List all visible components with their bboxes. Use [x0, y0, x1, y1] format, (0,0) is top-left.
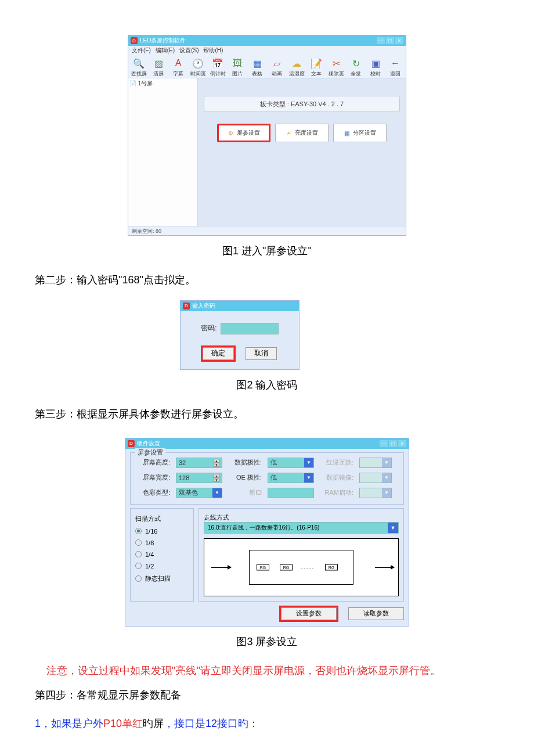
status-bar: 剩余空间: 80: [128, 226, 406, 235]
spin-down-icon[interactable]: ▼: [214, 463, 219, 467]
maximize-button[interactable]: □: [389, 440, 397, 447]
tree-item[interactable]: 📄 1号屏: [129, 80, 153, 87]
mirror-label: 数据镜像:: [320, 473, 353, 482]
radio-dot-icon: [135, 539, 142, 546]
scan-radio-1-16[interactable]: 1/16: [135, 528, 189, 535]
route-fieldset: 走线方式 16.0:直行走线，一路数据带16行。(16-P16) ▼ RG RG…: [199, 508, 404, 602]
menu-help[interactable]: 帮助(H): [203, 46, 223, 55]
radio-dot-icon: [135, 575, 142, 582]
toolbar-button-8[interactable]: ☁温湿度: [287, 56, 306, 78]
datapol-select[interactable]: 低 ▼: [268, 458, 314, 468]
toolbar-button-12[interactable]: ▣校时: [366, 56, 385, 78]
height-input[interactable]: 32 ▲▼: [176, 458, 222, 468]
board-type-label: 板卡类型 : EASY-30 V4 . 2 . 7: [204, 96, 400, 112]
route-select[interactable]: 16.0:直行走线，一路数据带16行。(16-P16) ▼: [204, 522, 399, 534]
hardware-dialog: D 硬件设置 — □ × 屏参设置 屏幕高度: 32 ▲▼ 数据极性: 低 ▼ …: [125, 438, 409, 627]
menu-settings[interactable]: 设置(S): [179, 46, 199, 55]
toolbar-icon: ←: [388, 56, 402, 70]
toolbar-button-4[interactable]: 📅倒计时: [208, 56, 227, 78]
toolbar-button-1[interactable]: ▨清屏: [149, 56, 168, 78]
radio-dot-icon: [135, 528, 142, 534]
pwd-title: 输入密码: [192, 302, 215, 310]
newid-label: 新ID: [228, 488, 262, 497]
toolbar-button-7[interactable]: ▱动画: [268, 56, 286, 78]
area-button[interactable]: ▦ 分区设置: [333, 124, 387, 142]
chevron-down-icon[interactable]: ▼: [304, 473, 313, 483]
ram-select: ▼: [359, 488, 392, 498]
menu-edit[interactable]: 编辑(E): [156, 46, 175, 55]
password-label: 密码:: [201, 323, 217, 333]
figure1-caption: 图1 进入"屏参设立": [35, 244, 499, 258]
ram-label: RAM启动:: [320, 488, 353, 497]
scan-radio-静态扫描[interactable]: 静态扫描: [135, 574, 189, 583]
mirror-select: ▼: [359, 473, 392, 483]
spin-up-icon[interactable]: ▲: [214, 474, 219, 478]
scan-radio-1-2[interactable]: 1/2: [135, 563, 189, 570]
toolbar-button-13[interactable]: ←退回: [386, 56, 405, 78]
scan-radio-1-8[interactable]: 1/8: [135, 539, 189, 546]
app-title: LED条屏控制软件: [140, 37, 186, 45]
toolbar-icon: ▨: [151, 56, 165, 70]
toolbar-icon: ▣: [369, 56, 383, 70]
datapol-label: 数据极性:: [228, 458, 262, 467]
spin-down-icon[interactable]: ▼: [214, 478, 219, 482]
figure3-caption: 图3 屏参设立: [35, 635, 499, 649]
close-button[interactable]: ×: [398, 440, 406, 447]
screen-param-button[interactable]: ⚙ 屏参设置: [217, 124, 270, 142]
radio-dot-icon: [135, 563, 142, 569]
minimize-button[interactable]: —: [380, 440, 388, 447]
toolbar-icon: 🖼: [230, 56, 244, 70]
scan-radio-1-4[interactable]: 1/4: [135, 551, 189, 558]
toolbar-icon: 📅: [211, 56, 225, 70]
app-window: D LED条屏控制软件 — □ × 文件(F) 编辑(E) 设置(S) 帮助(H…: [128, 35, 406, 236]
toolbar-icon: ✂: [329, 56, 343, 70]
chevron-down-icon: ▼: [382, 473, 391, 483]
toolbar-icon: ☁: [290, 56, 304, 70]
password-input[interactable]: [221, 323, 279, 334]
radio-dot-icon: [135, 551, 142, 557]
param-legend: 屏参设置: [135, 448, 165, 457]
toolbar-button-5[interactable]: 🖼图片: [228, 56, 247, 78]
chevron-down-icon: ▼: [382, 458, 391, 467]
toolbar-button-10[interactable]: ✂移除页: [327, 56, 345, 78]
toolbar-button-3[interactable]: 🕐时间页: [189, 56, 207, 78]
toolbar-icon: ↻: [349, 56, 363, 70]
close-button[interactable]: ×: [395, 37, 403, 44]
titlebar: D LED条屏控制软件 — □ ×: [128, 35, 406, 46]
chevron-down-icon[interactable]: ▼: [304, 458, 313, 467]
toolbar-button-9[interactable]: 📝文本: [307, 56, 326, 78]
step3-text: 第三步：根据显示屏具体参数进行屏参设立。: [35, 406, 499, 423]
rg-box: RG: [257, 564, 269, 570]
menubar: 文件(F) 编辑(E) 设置(S) 帮助(H): [128, 46, 406, 55]
toolbar-button-2[interactable]: A字幕: [169, 56, 187, 78]
maximize-button[interactable]: □: [386, 37, 394, 44]
hw-title: 硬件设置: [137, 440, 160, 448]
tree-panel: 📄 1号屏: [128, 78, 198, 226]
width-input[interactable]: 128 ▲▼: [176, 473, 222, 483]
toolbar-icon: ▦: [250, 56, 264, 70]
brightness-button[interactable]: ☀ 亮度设置: [275, 124, 329, 142]
password-dialog: D 输入密码 密码: 确定 取消: [180, 300, 300, 370]
toolbar-button-11[interactable]: ↻全发: [347, 56, 365, 78]
toolbar-icon: A: [171, 56, 185, 70]
rg-box: RG: [280, 564, 293, 570]
ok-button[interactable]: 确定: [203, 347, 234, 360]
color-select[interactable]: 双基色 ▼: [176, 488, 222, 498]
gear-icon: ⚙: [228, 130, 233, 136]
minimize-button[interactable]: —: [377, 37, 385, 44]
height-label: 屏幕高度:: [136, 458, 170, 467]
cancel-button[interactable]: 取消: [246, 347, 277, 360]
set-params-button[interactable]: 设置参数: [281, 607, 337, 620]
menu-file[interactable]: 文件(F): [132, 46, 151, 55]
step4-text: 第四步：各常规显示屏参数配备: [35, 687, 499, 704]
toolbar-button-0[interactable]: 🔍查找屏: [129, 56, 148, 78]
rgswap-select: ▼: [359, 458, 392, 468]
oe-select[interactable]: 低 ▼: [268, 473, 314, 483]
toolbar-button-6[interactable]: ▦表格: [248, 56, 266, 78]
color-label: 色彩类型:: [136, 488, 170, 497]
read-params-button[interactable]: 读取参数: [348, 607, 404, 620]
chevron-down-icon[interactable]: ▼: [212, 488, 222, 498]
app-icon: D: [131, 37, 138, 44]
spin-up-icon[interactable]: ▲: [214, 459, 219, 463]
chevron-down-icon[interactable]: ▼: [388, 523, 398, 533]
